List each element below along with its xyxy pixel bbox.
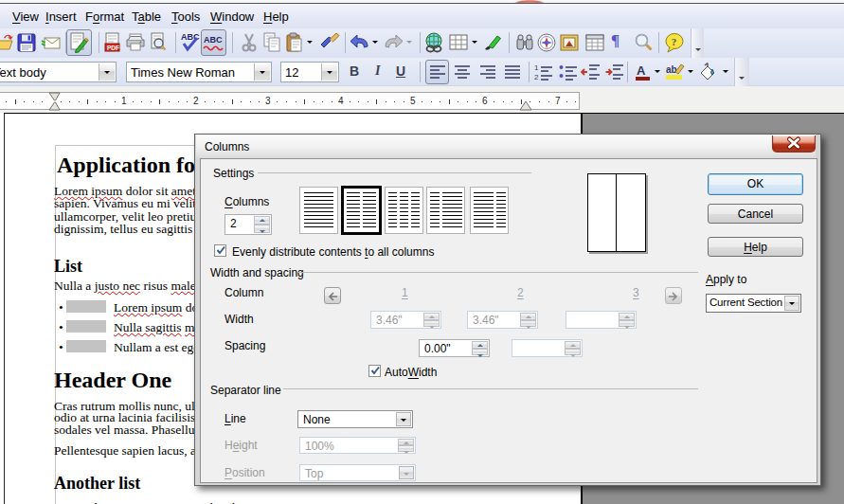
svg-text:ab: ab bbox=[666, 64, 677, 75]
svg-text:?: ? bbox=[672, 36, 677, 47]
svg-text:2: 2 bbox=[534, 73, 539, 81]
svg-text:1: 1 bbox=[534, 63, 539, 72]
svg-text:ABC: ABC bbox=[204, 35, 223, 45]
svg-text:PDF: PDF bbox=[107, 45, 119, 51]
svg-text:A: A bbox=[637, 63, 646, 78]
svg-text:ABC: ABC bbox=[181, 32, 200, 42]
